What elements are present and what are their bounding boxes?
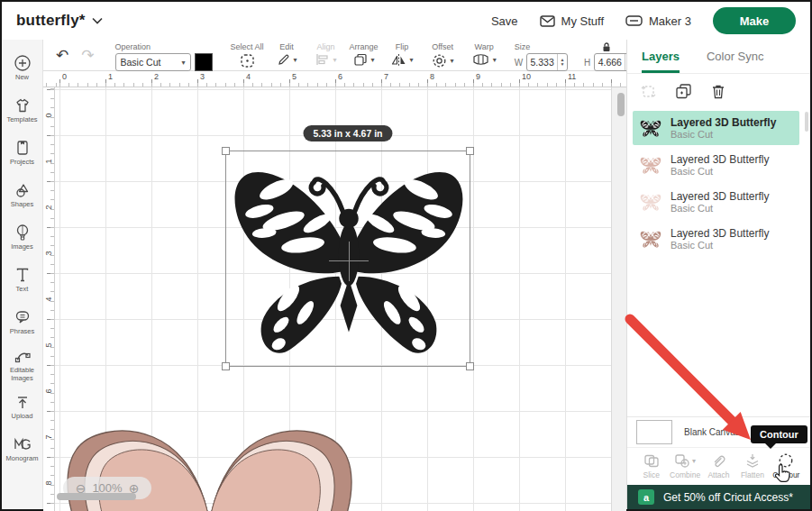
project-title: butterfly* (16, 12, 86, 30)
selection-handle-bottom-left[interactable] (222, 362, 230, 370)
project-title-menu[interactable]: butterfly* (16, 12, 103, 30)
sidebar-item-text[interactable]: Text (2, 259, 42, 301)
plus-circle-icon (14, 54, 32, 72)
layer-thumbnail (640, 193, 661, 212)
layer-row[interactable]: Layered 3D ButterflyBasic Cut (633, 185, 799, 219)
ruler-tick-label: 1 (44, 156, 53, 168)
machine-selector[interactable]: Maker 3 (625, 14, 691, 28)
layer-row[interactable]: Layered 3D ButterflyBasic Cut (633, 148, 799, 182)
ruler-horizontal: 0 1 2 3 4 5 6 7 8 9 10 11 (43, 71, 626, 87)
select-all-icon (240, 53, 255, 68)
offset-icon (432, 53, 447, 68)
arrange-button[interactable]: ▾ (353, 53, 375, 67)
ruler-tick-label: 2 (44, 202, 53, 214)
layers-list: Layered 3D ButterflyBasic Cut Layered 3D… (627, 108, 810, 416)
sidebar: New Templates Projects Shapes Images Tex… (2, 40, 43, 509)
layer-actions-bar: Slice ▾ Combine Attach Flatten Contour (627, 447, 810, 485)
sidebar-item-monogram[interactable]: Monogram (2, 428, 42, 470)
ruler-tick-label: 1 (108, 72, 113, 81)
ruler-tick-label: 2 (154, 72, 159, 81)
project-badge-icon (14, 139, 32, 157)
combine-button[interactable]: ▾ Combine (668, 452, 701, 485)
shapes-icon (14, 181, 32, 199)
canvas-horizontal-scrollbar[interactable] (55, 493, 614, 500)
sidebar-item-images[interactable]: Images (2, 216, 42, 259)
warp-button[interactable]: ▾ (472, 53, 497, 66)
contour-button[interactable]: Contour (770, 452, 803, 485)
layer-row[interactable]: Layered 3D ButterflyBasic Cut (633, 111, 799, 145)
group-button[interactable] (640, 83, 657, 100)
ruler-tick-label: 3 (200, 72, 205, 81)
sidebar-item-shapes[interactable]: Shapes (2, 174, 42, 216)
ruler-tick-label: 11 (568, 72, 576, 81)
machine-icon (625, 15, 643, 26)
sidebar-item-phrases[interactable]: Phrases (2, 301, 42, 343)
save-button[interactable]: Save (491, 14, 518, 28)
lock-icon[interactable] (601, 41, 612, 52)
header: butterfly* Save My Stuff Maker 3 Make (2, 2, 810, 40)
edit-toolbar: ↶ ↷ Operation Basic Cut▾ Select All Edit (43, 40, 626, 71)
app-window: butterfly* Save My Stuff Maker 3 Make Ne… (0, 0, 812, 511)
cricut-access-logo: a (638, 489, 654, 505)
flatten-button[interactable]: Flatten (735, 452, 769, 485)
duplicate-icon (675, 83, 692, 100)
group-icon (640, 83, 657, 100)
selection-box[interactable]: 5.33 in x 4.67 in (225, 151, 470, 367)
ruler-tick-label: 8 (44, 478, 53, 489)
ruler-tick-label: 5 (44, 340, 53, 351)
header-actions: Save My Stuff Maker 3 Make (491, 7, 796, 34)
promo-banner[interactable]: a Get 50% off Cricut Access* (627, 485, 810, 509)
scrollbar-thumb[interactable] (805, 112, 808, 132)
sidebar-item-projects[interactable]: Projects (2, 132, 42, 174)
ruler-tick-label: 4 (246, 72, 251, 81)
color-swatch[interactable] (195, 53, 213, 71)
width-input[interactable]: 5.333 ▲▼ (526, 53, 568, 71)
make-button[interactable]: Make (713, 7, 796, 34)
delete-button[interactable] (710, 83, 726, 100)
my-stuff-button[interactable]: My Stuff (540, 14, 604, 28)
speech-bubble-icon (14, 308, 32, 326)
selection-handle-bottom-right[interactable] (466, 362, 474, 370)
sidebar-item-templates[interactable]: Templates (2, 89, 42, 132)
tab-layers[interactable]: Layers (642, 40, 680, 73)
offset-button[interactable]: ▾ (432, 53, 454, 68)
selection-handle-top-left[interactable] (222, 147, 230, 155)
ruler-tick-label: 9 (476, 72, 480, 81)
undo-button[interactable]: ↶ (56, 46, 68, 65)
scrollbar-thumb[interactable] (57, 493, 136, 500)
width-stepper[interactable]: ▲▼ (557, 54, 567, 70)
tab-color-sync[interactable]: Color Sync (707, 40, 764, 73)
operation-select[interactable]: Basic Cut▾ (115, 53, 191, 71)
selection-handle-top-right[interactable] (466, 147, 474, 155)
ruler-tick-label: 6 (338, 72, 342, 81)
flip-button[interactable]: ▾ (391, 53, 414, 67)
attach-button[interactable]: Attach (702, 452, 735, 485)
combine-icon (674, 452, 690, 469)
slice-button[interactable]: Slice (634, 452, 668, 485)
blank-canvas-swatch[interactable] (636, 420, 672, 444)
ruler-tick-label: 3 (44, 248, 53, 260)
duplicate-button[interactable] (675, 83, 692, 100)
scrollbar-thumb[interactable] (617, 93, 625, 116)
sidebar-item-upload[interactable]: Upload (2, 386, 42, 428)
text-icon (14, 266, 32, 284)
canvas-vertical-scrollbar[interactable] (617, 89, 625, 493)
sidebar-item-new[interactable]: New (2, 47, 42, 89)
ruler-tick-label: 6 (44, 386, 53, 397)
edit-button[interactable]: ▾ (277, 53, 297, 67)
upload-icon (14, 393, 32, 411)
slice-icon (643, 452, 660, 469)
sidebar-item-editable-images[interactable]: Editable Images (2, 343, 42, 386)
layer-row[interactable]: Layered 3D ButterflyBasic Cut (633, 222, 799, 256)
ruler-tick-label: 0 (44, 110, 53, 122)
layers-panel: Layers Color Sync Layered 3D ButterflyBa… (626, 40, 810, 509)
redo-button[interactable]: ↷ (81, 46, 94, 65)
panel-scrollbar[interactable] (805, 112, 809, 166)
envelope-icon (540, 15, 555, 27)
selection-size-badge: 5.33 in x 4.67 in (303, 125, 392, 141)
align-button[interactable]: ▾ (315, 53, 337, 66)
select-all-button[interactable] (240, 53, 255, 68)
design-canvas[interactable]: 0 1 2 3 4 5 6 7 8 9 10 11 0 1 2 3 4 5 6 … (43, 71, 626, 511)
ruler-vertical: 0 1 2 3 4 5 6 7 8 (43, 87, 55, 511)
blank-canvas-label: Blank Canvas (684, 427, 740, 437)
